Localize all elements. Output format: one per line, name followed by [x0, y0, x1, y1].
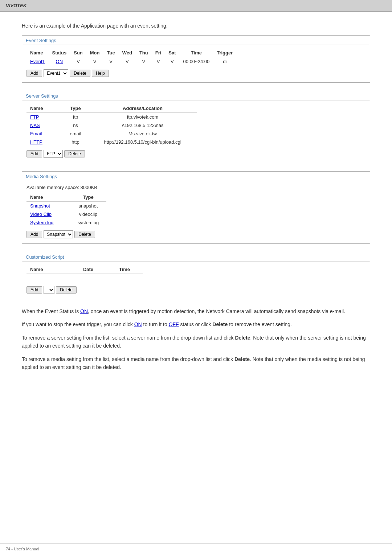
server-name-cell: NAS: [26, 121, 63, 130]
media-name-cell: Snapshot: [26, 202, 70, 210]
customized-script-inner: Name Date Time Add: [22, 262, 370, 299]
event-settings-title: Event Settings: [22, 36, 370, 45]
para1-off-link[interactable]: OFF: [169, 321, 179, 327]
script-empty-cell3: [106, 274, 143, 283]
server-name-link[interactable]: FTP: [30, 114, 39, 120]
event-col-status: Status: [48, 49, 70, 57]
event-delete-button[interactable]: Delete: [70, 70, 90, 77]
media-name-cell: Video Clip: [26, 210, 70, 218]
server-table-row: FTP ftp ftp.vivotek.com: [26, 113, 197, 122]
event-mon-cell: V: [86, 57, 103, 66]
event-col-trigger: Trigger: [213, 49, 236, 57]
server-delete-button[interactable]: Delete: [64, 150, 85, 157]
event-settings-inner: Name Status Sun Mon Tue Wed Thu Fri Sat …: [22, 45, 370, 82]
script-empty-cell2: [70, 274, 106, 283]
para0-on-link[interactable]: ON: [80, 308, 88, 314]
script-table-body: [26, 274, 143, 283]
event-name-link[interactable]: Event1: [30, 59, 45, 64]
event-col-time: Time: [180, 49, 213, 57]
event-col-thu: Thu: [136, 49, 152, 57]
script-col-date: Date: [70, 265, 106, 274]
media-type-cell: snapshot: [70, 202, 106, 210]
event-col-sat: Sat: [165, 49, 179, 57]
script-dropdown[interactable]: [44, 286, 54, 294]
event-settings-box: Event Settings Name Status Sun Mon Tue W…: [22, 35, 370, 83]
media-type-cell: videoclip: [70, 210, 106, 218]
media-add-button[interactable]: Add: [26, 231, 42, 238]
media-settings-box: Media Settings Available memory space: 8…: [22, 171, 370, 244]
intro-text: Here is an example of the Application pa…: [22, 23, 370, 29]
event-thu-cell: V: [136, 57, 152, 66]
event-add-button[interactable]: Add: [26, 70, 42, 77]
media-table-header-row: Name Type: [26, 193, 106, 202]
event-tue-cell: V: [103, 57, 119, 66]
server-name-cell: Email: [26, 130, 63, 138]
server-name-link[interactable]: Email: [30, 131, 42, 136]
event-col-name: Name: [26, 49, 48, 57]
event-col-tue: Tue: [103, 49, 119, 57]
server-name-cell: FTP: [26, 113, 63, 122]
media-name-link[interactable]: System log: [30, 220, 53, 225]
event-status-link[interactable]: ON: [56, 59, 63, 64]
media-name-link[interactable]: Video Clip: [30, 212, 52, 217]
server-dropdown[interactable]: FTP: [44, 150, 63, 158]
server-settings-table: Name Type Address/Location FTP ftp ftp.v…: [26, 104, 197, 146]
event-wed-cell: V: [119, 57, 136, 66]
server-add-button[interactable]: Add: [26, 150, 42, 157]
script-empty-row: [26, 274, 143, 283]
script-col-name: Name: [26, 265, 70, 274]
media-table-row: System log systemlog: [26, 218, 106, 227]
server-table-row: Email email Ms.vivotek.tw: [26, 130, 197, 138]
media-name-cell: System log: [26, 218, 70, 227]
server-type-cell: email: [63, 130, 88, 138]
footer-bar: 74 - User's Manual: [0, 543, 392, 554]
script-add-button[interactable]: Add: [26, 286, 42, 294]
media-table-row: Video Clip videoclip: [26, 210, 106, 218]
available-memory-text: Available memory space: 8000KB: [26, 185, 366, 190]
header-bar: VIVOTEK: [0, 0, 392, 12]
server-name-link[interactable]: HTTP: [30, 139, 42, 145]
server-col-address: Address/Location: [88, 104, 197, 113]
para1-on-link[interactable]: ON: [134, 321, 142, 327]
media-name-link[interactable]: Snapshot: [30, 203, 50, 209]
event-help-button[interactable]: Help: [92, 70, 109, 77]
server-type-cell: ns: [63, 121, 88, 130]
event-controls-row: Add Event1 Delete Help: [26, 69, 366, 77]
event-sat-cell: V: [165, 57, 179, 66]
media-settings-title: Media Settings: [22, 172, 370, 181]
script-controls-row: Add Delete: [26, 286, 366, 294]
media-type-cell: systemlog: [70, 218, 106, 227]
event-fri-cell: V: [152, 57, 165, 66]
event-col-mon: Mon: [86, 49, 103, 57]
script-table-header-row: Name Date Time: [26, 265, 143, 274]
event-time-cell: 00:00~24:00: [180, 57, 213, 66]
server-name-link[interactable]: NAS: [30, 123, 40, 128]
script-delete-button[interactable]: Delete: [56, 286, 77, 294]
body-paragraph-2: To remove a server setting from the list…: [22, 334, 370, 350]
media-dropdown[interactable]: Snapshot: [44, 230, 73, 238]
event-dropdown[interactable]: Event1: [44, 69, 68, 77]
server-address-cell: Ms.vivotek.tw: [88, 130, 197, 138]
body-paragraph-1: If you want to stop the event trigger, y…: [22, 320, 370, 328]
server-col-type: Type: [63, 104, 88, 113]
media-settings-table: Name Type Snapshot snapshot Video Clip v…: [26, 193, 106, 227]
event-col-sun: Sun: [70, 49, 86, 57]
event-col-wed: Wed: [119, 49, 136, 57]
body-paragraphs: When the Event Status is ON, once an eve…: [22, 307, 370, 371]
customized-script-title: Customized Script: [22, 252, 370, 262]
body-paragraph-0: When the Event Status is ON, once an eve…: [22, 307, 370, 315]
event-name-cell: Event1: [26, 57, 48, 66]
media-controls-row: Add Snapshot Delete: [26, 230, 366, 238]
event-table-header-row: Name Status Sun Mon Tue Wed Thu Fri Sat …: [26, 49, 236, 57]
server-controls-row: Add FTP Delete: [26, 150, 366, 158]
event-status-cell: ON: [48, 57, 70, 66]
server-address-cell: ftp.vivotek.com: [88, 113, 197, 122]
event-table-row: Event1 ON V V V V V V V 00:00~24:00 di: [26, 57, 236, 66]
media-delete-button[interactable]: Delete: [74, 231, 95, 238]
server-settings-title: Server Settings: [22, 91, 370, 100]
customized-script-box: Customized Script Name Date Time: [22, 252, 370, 299]
server-table-body: FTP ftp ftp.vivotek.com NAS ns \\192.168…: [26, 113, 197, 147]
brand-label: VIVOTEK: [6, 3, 26, 8]
page-wrapper: VIVOTEK Here is an example of the Applic…: [0, 0, 392, 554]
server-table-row: NAS ns \\192.168.5.122\nas: [26, 121, 197, 130]
